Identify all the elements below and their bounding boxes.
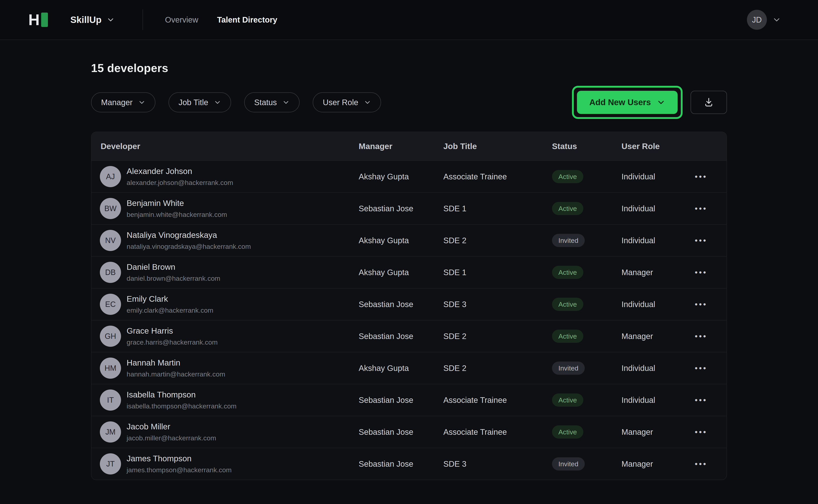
table-row: HM Hannah Martin hannah.martin@hackerran… xyxy=(91,352,727,384)
developer-name: Hannah Martin xyxy=(127,358,225,368)
developer-cell: JT James Thompson james.thompson@hackerr… xyxy=(91,453,359,474)
manager-cell: Sebastian Jose xyxy=(359,332,443,341)
developer-name: Emily Clark xyxy=(127,294,213,304)
status-badge: Active xyxy=(552,170,583,183)
row-actions-menu[interactable]: ••• xyxy=(695,428,707,436)
developer-name: James Thompson xyxy=(127,454,232,463)
row-actions-menu[interactable]: ••• xyxy=(695,364,707,372)
toolbar: Manager Job Title Status User Role Add N… xyxy=(91,86,727,119)
manager-cell: Sebastian Jose xyxy=(359,428,443,437)
table-body: AJ Alexander Johson alexander.johson@hac… xyxy=(91,160,727,480)
nav-item-talent-directory[interactable]: Talent Directory xyxy=(217,15,278,24)
filter-label: User Role xyxy=(323,98,358,107)
manager-cell: Sebastian Jose xyxy=(359,300,443,309)
avatar: BW xyxy=(100,198,121,219)
user-role-cell: Individual xyxy=(622,396,693,405)
chevron-down-icon xyxy=(657,98,665,107)
row-actions-menu[interactable]: ••• xyxy=(695,205,707,212)
logo-green-block xyxy=(41,13,48,27)
developer-cell: JM Jacob Miller jacob.miller@hackerrank.… xyxy=(91,421,359,443)
primary-nav: OverviewTalent Directory xyxy=(165,15,277,24)
table-row: EC Emily Clark emily.clark@hackerrank.co… xyxy=(91,288,727,320)
job-title-cell: Associate Trainee xyxy=(443,172,552,181)
developer-cell: NV Nataliya Vinogradeskaya nataliya.vino… xyxy=(91,230,359,251)
developer-email: emily.clark@hackerrank.com xyxy=(127,306,213,314)
user-role-cell: Individual xyxy=(622,300,693,309)
chevron-down-icon xyxy=(138,99,145,106)
table-row: DB Daniel Brown daniel.brown@hackerrank.… xyxy=(91,256,727,288)
status-badge: Invited xyxy=(552,362,585,375)
filter-job-title[interactable]: Job Title xyxy=(168,92,231,112)
user-role-cell: Individual xyxy=(622,204,693,213)
manager-cell: Sebastian Jose xyxy=(359,204,443,213)
user-role-cell: Individual xyxy=(622,172,693,181)
nav-item-overview[interactable]: Overview xyxy=(165,15,198,24)
table-row: GH Grace Harris grace.harris@hackerrank.… xyxy=(91,320,727,352)
avatar: AJ xyxy=(100,166,121,187)
avatar: JM xyxy=(100,421,121,443)
row-actions-menu[interactable]: ••• xyxy=(695,300,707,308)
job-title-cell: Associate Trainee xyxy=(443,428,552,437)
top-nav: H SkillUp OverviewTalent Directory JD xyxy=(0,0,818,40)
avatar: NV xyxy=(100,230,121,251)
user-role-cell: Manager xyxy=(622,428,693,437)
job-title-cell: SDE 1 xyxy=(443,268,552,277)
developer-name: Nataliya Vinogradeskaya xyxy=(127,230,251,240)
row-actions-menu[interactable]: ••• xyxy=(695,236,707,244)
avatar: GH xyxy=(100,326,121,347)
user-role-cell: Individual xyxy=(622,364,693,373)
user-role-cell: Manager xyxy=(622,460,693,468)
job-title-cell: SDE 2 xyxy=(443,332,552,341)
status-badge: Invited xyxy=(552,457,585,470)
developer-cell: HM Hannah Martin hannah.martin@hackerran… xyxy=(91,358,359,379)
manager-cell: Akshay Gupta xyxy=(359,268,443,277)
toolbar-actions: Add New Users xyxy=(572,86,727,119)
row-actions-menu[interactable]: ••• xyxy=(695,268,707,276)
developer-name: Daniel Brown xyxy=(127,262,220,272)
developer-name: Benjamin White xyxy=(127,199,227,208)
developer-email: benjamin.white@hackerrank.com xyxy=(127,211,227,218)
table-row: AJ Alexander Johson alexander.johson@hac… xyxy=(91,160,727,192)
row-actions-menu[interactable]: ••• xyxy=(695,173,707,181)
chevron-down-icon xyxy=(282,99,290,106)
chevron-down-icon xyxy=(773,16,781,24)
product-name: SkillUp xyxy=(70,14,101,25)
developer-cell: DB Daniel Brown daniel.brown@hackerrank.… xyxy=(91,262,359,283)
avatar: JT xyxy=(100,453,121,474)
developer-name: Isabella Thompson xyxy=(127,390,237,399)
developer-email: jacob.miller@hackerrank.com xyxy=(127,434,216,442)
add-new-users-button[interactable]: Add New Users xyxy=(577,91,678,114)
account-menu[interactable]: JD xyxy=(747,10,781,30)
filter-user-role[interactable]: User Role xyxy=(313,92,381,112)
job-title-cell: SDE 3 xyxy=(443,460,552,468)
status-badge: Active xyxy=(552,266,583,279)
job-title-cell: SDE 2 xyxy=(443,364,552,373)
nav-divider xyxy=(142,9,143,30)
filter-manager[interactable]: Manager xyxy=(91,92,155,112)
job-title-cell: SDE 1 xyxy=(443,204,552,213)
download-button[interactable] xyxy=(691,91,727,114)
product-switcher[interactable]: SkillUp xyxy=(70,14,115,25)
main-content: 15 developers Manager Job Title Status U… xyxy=(0,61,818,480)
user-role-cell: Manager xyxy=(622,268,693,277)
manager-cell: Sebastian Jose xyxy=(359,396,443,405)
developer-name: Grace Harris xyxy=(127,326,218,336)
hackerrank-logo: H xyxy=(28,12,48,28)
developer-email: hannah.martin@hackerrank.com xyxy=(127,370,225,378)
filter-label: Manager xyxy=(101,98,132,107)
developer-email: nataliya.vinogradskaya@hackerrank.com xyxy=(127,243,251,250)
avatar: DB xyxy=(100,262,121,283)
row-actions-menu[interactable]: ••• xyxy=(695,332,707,340)
row-actions-menu[interactable]: ••• xyxy=(695,396,707,404)
developer-cell: IT Isabella Thompson isabella.thompson@h… xyxy=(91,389,359,411)
user-role-cell: Manager xyxy=(622,332,693,341)
filter-status[interactable]: Status xyxy=(244,92,300,112)
table-row: IT Isabella Thompson isabella.thompson@h… xyxy=(91,384,727,416)
developer-email: isabella.thompson@hackerrank.com xyxy=(127,402,237,410)
column-header-job-title: Job Title xyxy=(443,142,552,151)
row-actions-menu[interactable]: ••• xyxy=(695,460,707,468)
column-header-user-role: User Role xyxy=(622,142,693,151)
manager-cell: Akshay Gupta xyxy=(359,364,443,373)
developer-email: james.thompson@hackerrank.com xyxy=(127,466,232,474)
column-header-developer: Developer xyxy=(91,142,359,151)
